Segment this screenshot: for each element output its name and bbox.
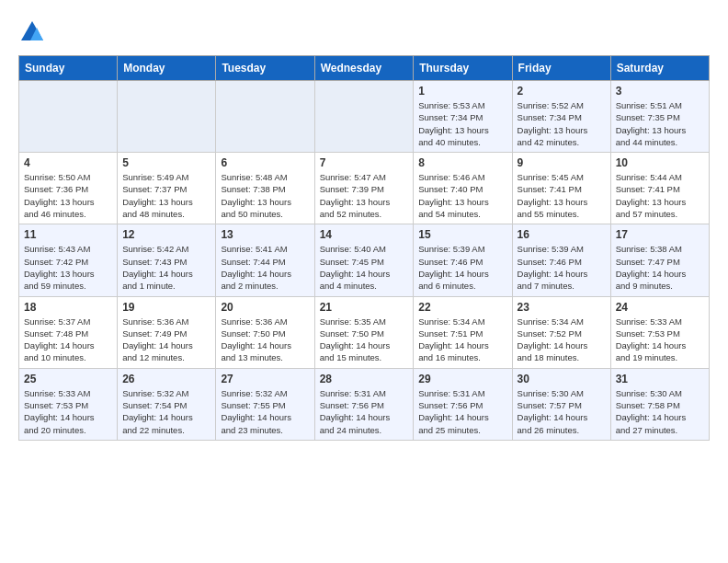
calendar-cell: 11Sunrise: 5:43 AM Sunset: 7:42 PM Dayli… xyxy=(19,224,118,296)
day-number: 23 xyxy=(518,301,606,314)
day-info: Sunrise: 5:51 AM Sunset: 7:35 PM Dayligh… xyxy=(616,99,704,148)
calendar-cell: 14Sunrise: 5:40 AM Sunset: 7:45 PM Dayli… xyxy=(314,224,414,296)
day-number: 30 xyxy=(518,373,606,385)
calendar-cell: 10Sunrise: 5:44 AM Sunset: 7:41 PM Dayli… xyxy=(610,153,709,224)
calendar-cell: 18Sunrise: 5:37 AM Sunset: 7:48 PM Dayli… xyxy=(19,296,118,368)
logo-icon xyxy=(18,18,46,46)
day-number: 14 xyxy=(320,228,409,241)
day-info: Sunrise: 5:31 AM Sunset: 7:56 PM Dayligh… xyxy=(418,387,506,436)
day-number: 3 xyxy=(616,85,704,98)
day-info: Sunrise: 5:52 AM Sunset: 7:34 PM Dayligh… xyxy=(518,99,606,148)
day-number: 22 xyxy=(418,301,506,314)
calendar-cell xyxy=(314,81,414,153)
weekday-header-thursday: Thursday xyxy=(414,56,512,81)
day-info: Sunrise: 5:49 AM Sunset: 7:37 PM Dayligh… xyxy=(122,171,210,220)
day-info: Sunrise: 5:39 AM Sunset: 7:46 PM Dayligh… xyxy=(418,243,506,292)
calendar-cell: 4Sunrise: 5:50 AM Sunset: 7:36 PM Daylig… xyxy=(19,153,118,224)
day-info: Sunrise: 5:44 AM Sunset: 7:41 PM Dayligh… xyxy=(616,171,704,220)
day-number: 8 xyxy=(418,156,506,169)
calendar-cell: 1Sunrise: 5:53 AM Sunset: 7:34 PM Daylig… xyxy=(414,81,512,153)
day-info: Sunrise: 5:37 AM Sunset: 7:48 PM Dayligh… xyxy=(24,316,112,364)
weekday-header-row: SundayMondayTuesdayWednesdayThursdayFrid… xyxy=(19,56,710,81)
day-number: 11 xyxy=(24,228,112,241)
day-number: 28 xyxy=(320,373,409,385)
day-number: 17 xyxy=(616,228,704,241)
day-info: Sunrise: 5:38 AM Sunset: 7:47 PM Dayligh… xyxy=(616,243,704,292)
day-number: 9 xyxy=(518,156,606,169)
weekday-header-sunday: Sunday xyxy=(19,56,118,81)
calendar-cell: 28Sunrise: 5:31 AM Sunset: 7:56 PM Dayli… xyxy=(314,368,414,440)
calendar-cell: 27Sunrise: 5:32 AM Sunset: 7:55 PM Dayli… xyxy=(216,368,314,440)
calendar-cell: 25Sunrise: 5:33 AM Sunset: 7:53 PM Dayli… xyxy=(19,368,118,440)
day-info: Sunrise: 5:33 AM Sunset: 7:53 PM Dayligh… xyxy=(616,316,704,364)
day-number: 15 xyxy=(418,228,506,241)
weekday-header-friday: Friday xyxy=(512,56,610,81)
day-number: 6 xyxy=(221,156,309,169)
day-number: 25 xyxy=(24,373,112,385)
page-header xyxy=(18,18,710,46)
day-number: 1 xyxy=(418,85,506,98)
calendar-cell: 31Sunrise: 5:30 AM Sunset: 7:58 PM Dayli… xyxy=(610,368,709,440)
day-number: 24 xyxy=(616,301,704,314)
calendar-cell: 30Sunrise: 5:30 AM Sunset: 7:57 PM Dayli… xyxy=(512,368,610,440)
day-info: Sunrise: 5:33 AM Sunset: 7:53 PM Dayligh… xyxy=(24,387,112,436)
calendar-cell: 22Sunrise: 5:34 AM Sunset: 7:51 PM Dayli… xyxy=(414,296,512,368)
day-info: Sunrise: 5:53 AM Sunset: 7:34 PM Dayligh… xyxy=(418,99,506,148)
calendar-cell: 29Sunrise: 5:31 AM Sunset: 7:56 PM Dayli… xyxy=(414,368,512,440)
calendar-cell: 26Sunrise: 5:32 AM Sunset: 7:54 PM Dayli… xyxy=(118,368,216,440)
day-info: Sunrise: 5:35 AM Sunset: 7:50 PM Dayligh… xyxy=(320,316,409,364)
day-info: Sunrise: 5:46 AM Sunset: 7:40 PM Dayligh… xyxy=(418,171,506,220)
day-info: Sunrise: 5:30 AM Sunset: 7:58 PM Dayligh… xyxy=(616,387,704,436)
calendar-cell: 23Sunrise: 5:34 AM Sunset: 7:52 PM Dayli… xyxy=(512,296,610,368)
day-number: 7 xyxy=(320,156,409,169)
day-number: 4 xyxy=(24,156,112,169)
calendar-cell: 9Sunrise: 5:45 AM Sunset: 7:41 PM Daylig… xyxy=(512,153,610,224)
day-info: Sunrise: 5:41 AM Sunset: 7:44 PM Dayligh… xyxy=(221,243,309,292)
day-number: 26 xyxy=(122,373,210,385)
calendar-cell: 13Sunrise: 5:41 AM Sunset: 7:44 PM Dayli… xyxy=(216,224,314,296)
calendar-cell: 20Sunrise: 5:36 AM Sunset: 7:50 PM Dayli… xyxy=(216,296,314,368)
day-number: 12 xyxy=(122,228,210,241)
calendar-cell xyxy=(216,81,314,153)
calendar-week-row: 1Sunrise: 5:53 AM Sunset: 7:34 PM Daylig… xyxy=(19,81,710,153)
day-number: 10 xyxy=(616,156,704,169)
calendar-table: SundayMondayTuesdayWednesdayThursdayFrid… xyxy=(18,55,710,441)
day-number: 29 xyxy=(418,373,506,385)
day-number: 18 xyxy=(24,301,112,314)
day-info: Sunrise: 5:50 AM Sunset: 7:36 PM Dayligh… xyxy=(24,171,112,220)
logo xyxy=(18,18,50,46)
day-number: 2 xyxy=(518,85,606,98)
day-info: Sunrise: 5:40 AM Sunset: 7:45 PM Dayligh… xyxy=(320,243,409,292)
calendar-week-row: 25Sunrise: 5:33 AM Sunset: 7:53 PM Dayli… xyxy=(19,368,710,440)
day-number: 5 xyxy=(122,156,210,169)
calendar-cell: 17Sunrise: 5:38 AM Sunset: 7:47 PM Dayli… xyxy=(610,224,709,296)
calendar-week-row: 11Sunrise: 5:43 AM Sunset: 7:42 PM Dayli… xyxy=(19,224,710,296)
day-info: Sunrise: 5:47 AM Sunset: 7:39 PM Dayligh… xyxy=(320,171,409,220)
day-info: Sunrise: 5:48 AM Sunset: 7:38 PM Dayligh… xyxy=(221,171,309,220)
weekday-header-tuesday: Tuesday xyxy=(216,56,314,81)
calendar-cell xyxy=(19,81,118,153)
calendar-cell: 15Sunrise: 5:39 AM Sunset: 7:46 PM Dayli… xyxy=(414,224,512,296)
weekday-header-monday: Monday xyxy=(118,56,216,81)
calendar-cell: 3Sunrise: 5:51 AM Sunset: 7:35 PM Daylig… xyxy=(610,81,709,153)
calendar-cell xyxy=(118,81,216,153)
weekday-header-saturday: Saturday xyxy=(610,56,709,81)
day-info: Sunrise: 5:36 AM Sunset: 7:50 PM Dayligh… xyxy=(221,316,309,364)
calendar-week-row: 4Sunrise: 5:50 AM Sunset: 7:36 PM Daylig… xyxy=(19,153,710,224)
calendar-cell: 21Sunrise: 5:35 AM Sunset: 7:50 PM Dayli… xyxy=(314,296,414,368)
calendar-cell: 16Sunrise: 5:39 AM Sunset: 7:46 PM Dayli… xyxy=(512,224,610,296)
weekday-header-wednesday: Wednesday xyxy=(314,56,414,81)
day-info: Sunrise: 5:32 AM Sunset: 7:54 PM Dayligh… xyxy=(122,387,210,436)
calendar-cell: 12Sunrise: 5:42 AM Sunset: 7:43 PM Dayli… xyxy=(118,224,216,296)
day-number: 19 xyxy=(122,301,210,314)
day-info: Sunrise: 5:34 AM Sunset: 7:52 PM Dayligh… xyxy=(518,316,606,364)
day-number: 27 xyxy=(221,373,309,385)
calendar-cell: 6Sunrise: 5:48 AM Sunset: 7:38 PM Daylig… xyxy=(216,153,314,224)
day-number: 21 xyxy=(320,301,409,314)
day-info: Sunrise: 5:45 AM Sunset: 7:41 PM Dayligh… xyxy=(518,171,606,220)
calendar-cell: 8Sunrise: 5:46 AM Sunset: 7:40 PM Daylig… xyxy=(414,153,512,224)
day-number: 13 xyxy=(221,228,309,241)
day-info: Sunrise: 5:42 AM Sunset: 7:43 PM Dayligh… xyxy=(122,243,210,292)
day-number: 20 xyxy=(221,301,309,314)
calendar-cell: 2Sunrise: 5:52 AM Sunset: 7:34 PM Daylig… xyxy=(512,81,610,153)
